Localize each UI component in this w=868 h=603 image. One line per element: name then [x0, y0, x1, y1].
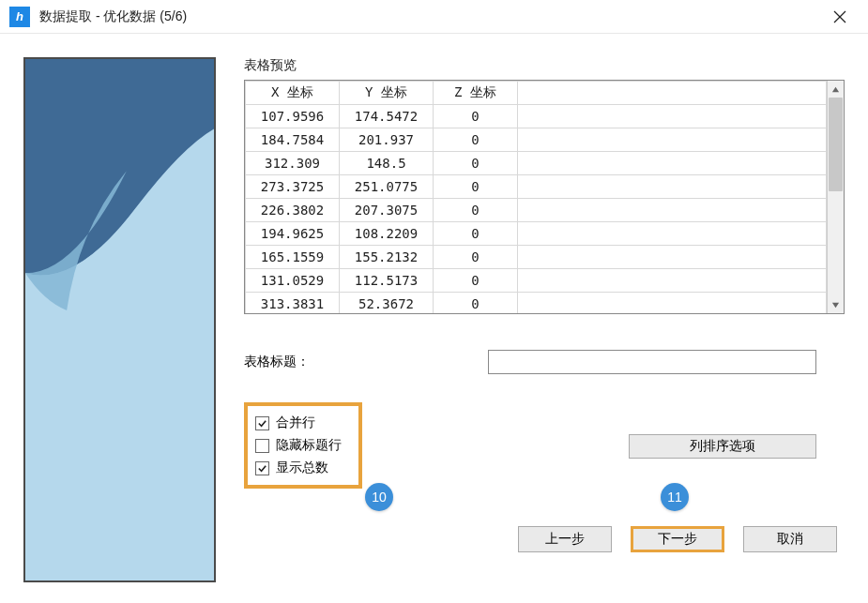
table-cell: 194.9625	[246, 222, 340, 246]
table-cell: 112.5173	[340, 269, 434, 293]
table-cell: 107.9596	[246, 105, 340, 128]
table-cell-empty	[518, 175, 827, 199]
checkbox-label: 隐藏标题行	[276, 437, 342, 454]
table-cell-empty	[518, 293, 827, 314]
table-cell: 201.937	[340, 128, 434, 152]
table-cell: 207.3075	[340, 199, 434, 222]
table-cell: 155.2132	[340, 246, 434, 269]
table-title-label: 表格标题：	[244, 354, 488, 370]
col-header-z[interactable]: Z 坐标	[434, 82, 518, 105]
app-icon: h	[9, 7, 30, 27]
table-title-input[interactable]	[488, 350, 816, 374]
table-preview: X 坐标 Y 坐标 Z 坐标 107.9596174.54720184.7584…	[244, 80, 845, 314]
next-button[interactable]: 下一步	[631, 526, 724, 552]
table-cell-empty	[518, 152, 827, 175]
table-row[interactable]: 273.3725251.07750	[246, 175, 827, 199]
table-cell: 0	[434, 293, 518, 314]
callout-badge-10: 10	[365, 483, 393, 511]
table-cell-empty	[518, 269, 827, 293]
table-cell: 0	[434, 269, 518, 293]
checkbox-icon	[255, 416, 269, 430]
cancel-button[interactable]: 取消	[743, 526, 837, 552]
col-header-empty	[518, 82, 827, 105]
table-cell-empty	[518, 246, 827, 269]
window-title: 数据提取 - 优化数据 (5/6)	[39, 8, 821, 25]
table-cell: 184.7584	[246, 128, 340, 152]
table-cell-empty	[518, 222, 827, 246]
close-button[interactable]	[821, 0, 859, 34]
checkbox-label: 合并行	[276, 415, 315, 431]
table-header-row: X 坐标 Y 坐标 Z 坐标	[246, 82, 827, 105]
callout-badge-11: 11	[661, 483, 689, 511]
table-row[interactable]: 226.3802207.30750	[246, 199, 827, 222]
checkbox-icon	[255, 461, 269, 475]
svg-marker-3	[832, 302, 839, 307]
prev-button[interactable]: 上一步	[518, 526, 612, 552]
table-row[interactable]: 131.0529112.51730	[246, 269, 827, 293]
table-preview-label: 表格预览	[244, 57, 845, 74]
table-cell: 52.3672	[340, 293, 434, 314]
table-cell: 226.3802	[246, 199, 340, 222]
table-cell: 0	[434, 246, 518, 269]
table-cell: 0	[434, 152, 518, 175]
checkbox-label: 显示总数	[276, 460, 328, 476]
chevron-down-icon	[831, 301, 840, 309]
table-cell: 251.0775	[340, 175, 434, 199]
table-cell: 148.5	[340, 152, 434, 175]
table-row[interactable]: 184.7584201.9370	[246, 128, 827, 152]
table-cell: 108.2209	[340, 222, 434, 246]
table-row[interactable]: 165.1559155.21320	[246, 246, 827, 269]
table-cell: 0	[434, 105, 518, 128]
table-row[interactable]: 107.9596174.54720	[246, 105, 827, 128]
svg-marker-2	[832, 86, 839, 91]
table-row[interactable]: 194.9625108.22090	[246, 222, 827, 246]
table-cell: 313.3831	[246, 293, 340, 314]
titlebar: h 数据提取 - 优化数据 (5/6)	[0, 0, 868, 34]
table-scrollbar[interactable]	[827, 81, 844, 313]
checkbox-merge-rows[interactable]: 合并行	[255, 412, 342, 434]
table-row[interactable]: 313.383152.36720	[246, 293, 827, 314]
table-cell: 131.0529	[246, 269, 340, 293]
checkbox-icon	[255, 439, 269, 453]
table-cell: 174.5472	[340, 105, 434, 128]
table-cell-empty	[518, 199, 827, 222]
scroll-up-button[interactable]	[828, 81, 844, 98]
checkbox-show-total[interactable]: 显示总数	[255, 457, 342, 479]
table-cell: 0	[434, 128, 518, 152]
col-header-y[interactable]: Y 坐标	[340, 82, 434, 105]
table-cell: 0	[434, 199, 518, 222]
table-cell: 312.309	[246, 152, 340, 175]
scroll-thumb[interactable]	[829, 98, 843, 191]
preview-page-graphic	[23, 57, 216, 582]
table-cell: 0	[434, 222, 518, 246]
options-highlight-box: 合并行 隐藏标题行 显示总数 10	[244, 402, 362, 489]
table-cell-empty	[518, 105, 827, 128]
col-header-x[interactable]: X 坐标	[246, 82, 340, 105]
chevron-up-icon	[831, 85, 840, 94]
column-sort-options-button[interactable]: 列排序选项	[629, 434, 816, 459]
scroll-down-button[interactable]	[828, 296, 844, 313]
table-cell: 0	[434, 175, 518, 199]
close-icon	[833, 10, 846, 23]
table-cell-empty	[518, 128, 827, 152]
table-cell: 273.3725	[246, 175, 340, 199]
table-row[interactable]: 312.309148.50	[246, 152, 827, 175]
checkbox-hide-header[interactable]: 隐藏标题行	[255, 434, 342, 457]
table-cell: 165.1559	[246, 246, 340, 269]
